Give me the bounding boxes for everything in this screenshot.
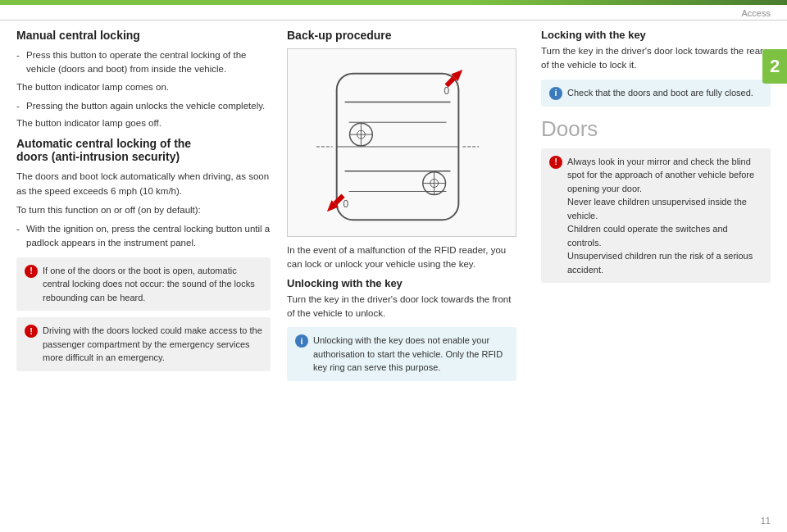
warning-text-1: If one of the doors or the boot is open,… [43,264,262,305]
middle-column: Back-up procedure [287,29,516,520]
car-diagram-svg: 0 0 [288,49,516,236]
doors-heading: Doors [541,116,771,142]
section2: Automatic central locking of thedoors (a… [16,137,271,250]
lock-text: Turn the key in the driver's door lock t… [541,44,771,73]
right-column: Locking with the key Turn the key in the… [533,29,771,520]
lock-heading: Locking with the key [541,29,771,41]
backup-heading: Back-up procedure [287,29,516,42]
section1-list: Press this button to operate the central… [16,48,271,77]
doors-section: Doors ! Always look in your mirror and c… [541,116,771,284]
section1-para-3: The button indicator lamp goes off. [16,116,271,130]
section1-list-2: Pressing the button again unlocks the ve… [16,99,271,113]
doors-warning-box: ! Always look in your mirror and check t… [541,148,771,284]
section1-heading: Manual central locking [16,29,271,42]
section2-list-item-1: With the ignition on, press the central … [16,222,271,251]
section2-list: With the ignition on, press the central … [16,222,271,251]
warning-icon-1: ! [25,265,38,278]
warning-box-2: ! Driving with the doors locked could ma… [16,317,271,371]
lock-info-box: i Check that the doors and boot are full… [541,80,771,107]
section2-para1: The doors and boot lock automatically wh… [16,170,271,198]
unlock-info-box: i Unlocking with the key does not enable… [287,327,516,381]
left-column: Manual central locking Press this button… [16,29,271,520]
svg-text:0: 0 [343,198,349,210]
doors-warning-text: Always look in your mirror and check the… [567,155,762,277]
warning-text-2: Driving with the doors locked could make… [43,324,262,365]
section1-list-item-1: Press this button to operate the central… [16,48,271,77]
unlock-text: Turn the key in the driver's door lock t… [287,293,516,321]
unlock-info-text: Unlocking with the key does not enable y… [313,334,508,375]
car-diagram: 0 0 [287,48,516,237]
section1-para-2: The button indicator lamp comes on. [16,80,271,94]
unlock-info-icon: i [295,334,308,348]
page-header: Access [0,5,787,20]
section2-heading: Automatic central locking of thedoors (a… [16,137,271,163]
page-number: 11 [761,516,771,525]
chapter-title: Access [742,8,771,18]
unlock-heading: Unlocking with the key [287,277,516,289]
backup-para1: In the event of a malfunction of the RFI… [287,243,516,272]
section1-list-item-2: Pressing the button again unlocks the ve… [16,99,271,113]
warning-icon-2: ! [25,325,38,338]
main-layout: Manual central locking Press this button… [0,20,787,528]
doors-warning-icon: ! [549,156,562,169]
page-section-tab: 2 [762,49,787,84]
lock-info-icon: i [549,87,562,100]
warning-box-1: ! If one of the doors or the boot is ope… [16,257,271,311]
lock-info-text: Check that the doors and boot are fully … [567,86,762,100]
section2-para2: To turn this function on or off (on by d… [16,203,271,217]
